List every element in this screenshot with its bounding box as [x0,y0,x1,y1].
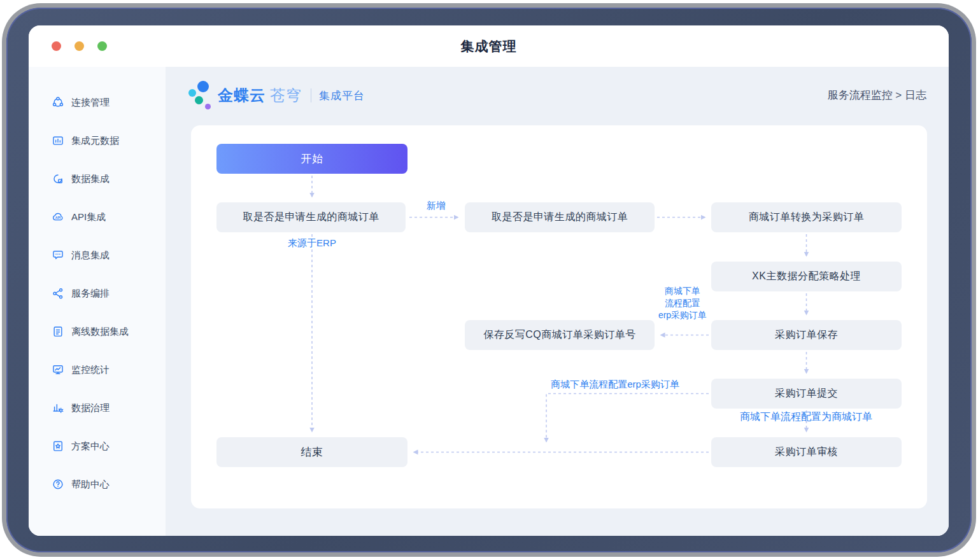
sidebar-item-monitoring[interactable]: 监控统计 [29,351,166,389]
message-integration-icon [52,249,64,262]
sidebar-item-label: 数据治理 [71,402,110,414]
sidebar-item-label: 数据集成 [71,173,110,185]
breadcrumb[interactable]: 服务流程监控 > 日志 [828,88,926,102]
edge-label-line: 流程配置 [635,297,730,309]
sidebar-item-label: 连接管理 [71,97,110,109]
help-center-icon [52,478,64,491]
flow-node-end[interactable]: 结束 [216,437,408,467]
sidebar-item-label: 消息集成 [71,249,110,262]
flow-node-start[interactable]: 开始 [216,144,408,174]
main-area: 金蝶云 苍穹 集成平台 服务流程监控 > 日志 [166,67,949,536]
product-name: 集成平台 [319,88,365,103]
logo-divider [311,88,311,102]
flow-node-po-save[interactable]: 采购订单保存 [711,320,902,350]
device-frame: 集成管理 连接管理 [6,8,972,552]
sidebar-item-label: API集成 [71,211,106,223]
data-governance-icon [52,402,64,414]
title-bar: 集成管理 [29,25,949,67]
connection-icon [52,96,64,109]
sidebar-item-offline-data[interactable]: 离线数据集成 [29,312,166,351]
edge-label-config-multiline: 商城下单 流程配置 erp采购订单 [635,285,730,321]
sidebar-item-connection[interactable]: 连接管理 [29,83,166,122]
app-window: 集成管理 连接管理 [29,25,949,536]
brand-name: 金蝶云 [218,85,266,106]
solution-center-icon [52,440,64,452]
brand-subname: 苍穹 [270,85,302,106]
sidebar-item-data-governance[interactable]: 数据治理 [29,389,166,427]
flow-node-po-audit[interactable]: 采购订单审核 [711,437,902,467]
api-integration-icon: API [52,211,64,223]
offline-data-icon [52,325,64,338]
sidebar-item-label: 帮助中心 [71,479,110,491]
sidebar-item-service-orchestration[interactable]: 服务编排 [29,274,166,312]
sidebar-item-api-integration[interactable]: API API集成 [29,198,166,236]
edge-label-config-mall: 商城下单流程配置为商城订单 [728,410,884,424]
flow-node-fetch-order-2[interactable]: 取是否是申请生成的商城订单 [465,202,655,232]
flow-node-convert-order[interactable]: 商城订单转换为采购订单 [711,202,902,232]
sidebar-item-metadata[interactable]: 集成元数据 [29,122,166,160]
page-title: 集成管理 [29,38,949,55]
flow-node-xk-strategy[interactable]: XK主数据分配策略处理 [711,262,902,291]
svg-text:API: API [55,216,61,220]
kingdee-logo-icon [188,81,213,110]
main-header: 金蝶云 苍穹 集成平台 服务流程监控 > 日志 [166,67,949,125]
service-orchestration-icon [52,287,64,300]
sidebar: 连接管理 集成元数据 [29,67,166,536]
sidebar-item-label: 监控统计 [71,364,110,376]
sidebar-item-message-integration[interactable]: 消息集成 [29,236,166,274]
sidebar-item-help-center[interactable]: 帮助中心 [29,465,166,503]
sidebar-item-label: 离线数据集成 [71,326,129,338]
edge-label-line: erp采购订单 [635,309,730,321]
brand-logo: 金蝶云 苍穹 集成平台 [188,81,365,110]
flow-node-po-submit[interactable]: 采购订单提交 [711,379,902,409]
data-integration-icon [52,172,64,185]
metadata-icon [52,134,64,147]
sidebar-item-solution-center[interactable]: 方案中心 [29,427,166,465]
edge-label-line: 商城下单 [635,285,730,297]
sidebar-item-label: 集成元数据 [71,135,119,147]
sidebar-item-data-integration[interactable]: 数据集成 [29,160,166,198]
sidebar-item-label: 方案中心 [71,440,110,452]
sidebar-item-label: 服务编排 [71,288,110,300]
edge-label-add: 新增 [417,200,455,212]
flow-node-fetch-order-1[interactable]: 取是否是申请生成的商城订单 [216,202,406,232]
edge-label-from-erp: 来源于ERP [261,237,363,249]
edge-label-config-erp: 商城下单流程配置erp采购订单 [545,379,685,391]
monitoring-icon [52,363,64,376]
flow-canvas: 开始 取是否是申请生成的商城订单 取是否是申请生成的商城订单 商城订单转换为采购… [191,125,927,508]
flow-node-writeback[interactable]: 保存反写CQ商城订单采购订单号 [465,320,655,350]
